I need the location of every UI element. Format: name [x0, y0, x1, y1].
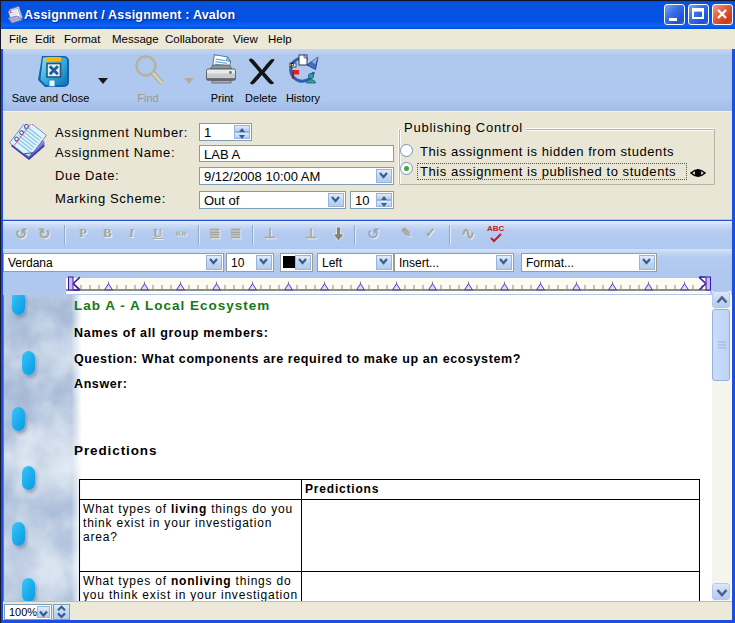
svg-text:P: P [291, 62, 295, 68]
